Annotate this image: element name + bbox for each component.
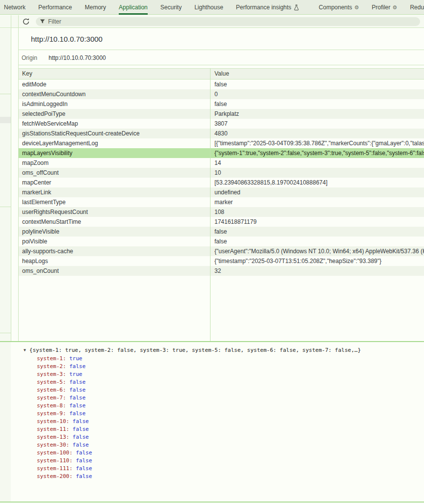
preview-entry[interactable]: system-200false [37, 473, 92, 480]
table-row[interactable]: mapZoom 14 [19, 158, 424, 168]
storage-value: {"timestamp":"2025-03-07T13:51:05.208Z",… [211, 256, 424, 266]
table-row[interactable]: contextMenuStartTime 1741618871179 [19, 217, 424, 227]
table-row[interactable]: oms_offCount 10 [19, 168, 424, 178]
preview-entry[interactable]: system-100false [37, 449, 92, 457]
column-resize-handle[interactable] [210, 68, 211, 341]
entry-value: false [73, 442, 89, 448]
tab-redux[interactable]: Redux [410, 0, 424, 15]
table-row[interactable]: markerLink undefined [19, 187, 424, 197]
gear-icon: ⚙ [354, 5, 359, 10]
entry-value: true [69, 355, 82, 362]
table-row[interactable]: isAdminLoggedIn false [19, 99, 424, 109]
entry-key: system-111 [37, 465, 76, 472]
entry-key: system-10 [37, 418, 73, 424]
table-row[interactable]: poiVisible false [19, 237, 424, 246]
tab-label: Lighthouse [194, 4, 223, 11]
entry-key: system-30 [37, 442, 73, 448]
tab-label: Performance insights [236, 4, 292, 11]
table-row[interactable]: contextMenuCountdown 0 [19, 89, 424, 99]
entry-key: system-13 [37, 434, 73, 440]
tab-label: Application [119, 4, 148, 11]
preview-entry[interactable]: system-5false [37, 378, 92, 386]
table-row[interactable]: polylineVisible false [19, 227, 424, 237]
storage-key: markerLink [19, 187, 211, 197]
table-row[interactable]: ally-supports-cache {"userAgent":"Mozill… [19, 246, 424, 256]
tab-label: Memory [85, 4, 106, 11]
storage-key: isAdminLoggedIn [19, 99, 211, 109]
entry-value: false [76, 450, 92, 456]
storage-value: 32 [211, 266, 424, 276]
local-storage-view: http://10.10.0.70:3000 Origin http://10.… [19, 28, 424, 341]
preview-entry[interactable]: system-111false [37, 465, 92, 473]
preview-entry[interactable]: system-9false [37, 410, 92, 418]
table-row[interactable]: selectedPoiType Parkplatz [19, 109, 424, 119]
preview-entry[interactable]: system-7false [37, 394, 92, 402]
storage-key: polylineVisible [19, 227, 211, 237]
storage-key: oms_offCount [19, 168, 211, 178]
tab-performance[interactable]: Performance [38, 0, 72, 15]
tab-label: Performance [38, 4, 72, 11]
preview-summary[interactable]: ▼{system-1: true, system-2: false, syste… [24, 347, 361, 353]
table-row[interactable]: lastElementType marker [19, 197, 424, 207]
preview-entry[interactable]: system-6false [37, 386, 92, 394]
storage-value: 108 [211, 207, 424, 217]
column-header-value: Value [211, 69, 424, 79]
tab-profiler[interactable]: Profiler ⚙ [372, 0, 398, 15]
table-row[interactable]: deviceLayerManagementLog [{"timestamp":"… [19, 138, 424, 148]
tab-lighthouse[interactable]: Lighthouse [194, 0, 223, 15]
sidebar-strip [0, 28, 11, 503]
refresh-icon[interactable] [22, 18, 30, 26]
devtools-window: Network Performance Memory Application S… [0, 0, 424, 504]
preview-entry[interactable]: system-1true [37, 355, 92, 363]
entry-key: system-200 [37, 473, 76, 479]
entry-value: false [73, 418, 89, 424]
entry-value: false [69, 387, 85, 393]
tab-memory[interactable]: Memory [85, 0, 106, 15]
storage-key: mapZoom [19, 158, 211, 168]
table-row[interactable]: gisStationsStaticRequestCount-createDevi… [19, 129, 424, 138]
table-row[interactable]: editMode false [19, 80, 424, 89]
entry-key: system-7 [37, 395, 69, 401]
origin-title-row: http://10.10.0.70:3000 [19, 28, 424, 50]
storage-key: ally-supports-cache [19, 246, 211, 256]
tab-network[interactable]: Network [4, 0, 26, 15]
tab-application[interactable]: Application [119, 0, 148, 15]
preview-entry[interactable]: system-110false [37, 457, 92, 465]
entry-value: false [69, 410, 85, 417]
filter-funnel-icon [40, 19, 45, 24]
storage-value: 0 [211, 89, 424, 99]
preview-entry[interactable]: system-11false [37, 425, 92, 433]
preview-entry[interactable]: system-2false [37, 363, 92, 371]
preview-entry[interactable]: system-3true [37, 371, 92, 378]
tab-components[interactable]: Components ⚙ [319, 0, 359, 15]
entry-key: system-6 [37, 387, 69, 393]
filter-box[interactable] [36, 17, 420, 26]
preview-entry[interactable]: system-30false [37, 441, 92, 449]
expand-triangle-icon[interactable]: ▼ [24, 348, 26, 352]
table-row[interactable]: fetchWebServiceMap 3807 [19, 119, 424, 129]
preview-entry[interactable]: system-10false [37, 418, 92, 425]
table-row[interactable]: heapLogs {"timestamp":"2025-03-07T13:51:… [19, 256, 424, 266]
preview-entry[interactable]: system-13false [37, 433, 92, 441]
preview-entry[interactable]: system-8false [37, 402, 92, 410]
entry-key: system-1 [37, 355, 69, 362]
storage-value: 10 [211, 168, 424, 178]
storage-key: oms_onCount [19, 266, 211, 276]
storage-key: fetchWebServiceMap [19, 119, 211, 129]
entry-key: system-100 [37, 450, 76, 456]
storage-value: [53.23940863328815,8.197002410888674] [211, 178, 424, 187]
table-row[interactable]: oms_onCount 32 [19, 266, 424, 276]
entry-value: false [76, 457, 92, 464]
table-row[interactable]: mapCenter [53.23940863328815,8.197002410… [19, 178, 424, 187]
entry-key: system-110 [37, 457, 76, 464]
table-row[interactable]: userRightsRequestCount 108 [19, 207, 424, 217]
filter-input[interactable] [48, 18, 416, 25]
sidebar-item-partial[interactable] [0, 117, 11, 123]
storage-value: false [211, 227, 424, 237]
storage-key: heapLogs [19, 256, 211, 266]
storage-key: selectedPoiType [19, 109, 211, 119]
table-row-selected[interactable]: mapLayersVisibility {"system-1":true,"sy… [19, 148, 424, 158]
tab-label: Security [160, 4, 182, 11]
tab-security[interactable]: Security [160, 0, 182, 15]
tab-performance-insights[interactable]: Performance insights [236, 0, 299, 15]
